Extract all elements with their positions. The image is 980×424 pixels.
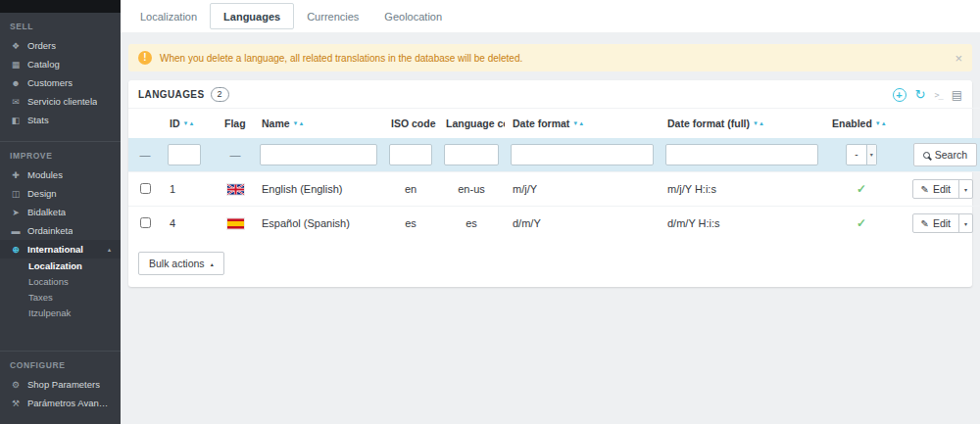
sidebar-item-shop-parameters[interactable]: ⚙ Shop Parameters — [0, 375, 121, 394]
sidebar-item-label: Customers — [27, 77, 73, 88]
search-icon — [923, 152, 930, 159]
gear-icon: ⚙ — [10, 380, 22, 390]
sort-icons[interactable]: ▼▲ — [875, 120, 887, 126]
cell-date-format: m/j/Y — [505, 172, 660, 207]
tools-icon: ⚒ — [10, 399, 22, 408]
section-title-improve: IMPROVE — [0, 142, 121, 165]
customer-service-icon: ✉ — [10, 97, 22, 107]
warning-alert: ! When you delete a language, all relate… — [128, 44, 972, 71]
column-header-iso[interactable]: ISO code▼▲ — [383, 109, 438, 139]
export-icon[interactable]: ▤ — [952, 88, 962, 102]
bulk-actions-button[interactable]: Bulk actions ▴ — [138, 252, 224, 275]
sidebar-item-design[interactable]: ◫ Design — [0, 184, 121, 203]
main-area: Localization Languages Currencies Geoloc… — [121, 0, 980, 424]
sidebar-item-orders[interactable]: ❖ Orders — [0, 36, 121, 55]
submenu-item-translations[interactable]: Itzulpenak — [0, 306, 121, 321]
tab-languages[interactable]: Languages — [210, 3, 294, 29]
submenu-item-taxes[interactable]: Taxes — [0, 290, 121, 306]
warning-text: When you delete a language, all related … — [160, 53, 522, 64]
sort-icons[interactable]: ▼▲ — [753, 120, 764, 126]
panel-header: LANGUAGES 2 + ↻ >_ ▤ — [128, 80, 972, 108]
header-checkbox — [128, 109, 162, 139]
spain-flag-icon — [224, 218, 246, 229]
column-header-name[interactable]: Name▼▲ — [254, 109, 383, 139]
column-header-date-format[interactable]: Date format▼▲ — [505, 109, 660, 139]
panel-actions: + ↻ >_ ▤ — [893, 87, 963, 102]
sidebar-item-label: Catalog — [27, 59, 60, 70]
sidebar-section-improve: IMPROVE ✚ Modules ◫ Design ➤ Bidalketa ▬… — [0, 141, 121, 321]
table-row-english: 1 English (English) en — [128, 172, 980, 207]
sidebar-item-label: Parámetros Avanzados — [27, 398, 111, 408]
sidebar-item-label: Modules — [27, 169, 63, 180]
sql-query-icon[interactable]: >_ — [934, 90, 942, 100]
edit-button[interactable]: ✎ Edit ▾ — [912, 179, 974, 199]
edit-dropdown-caret-icon[interactable]: ▾ — [958, 214, 972, 232]
sidebar-item-payment[interactable]: ▬ Ordainketa — [0, 221, 121, 240]
sidebar-item-customers[interactable]: ☻ Customers — [0, 73, 121, 92]
payment-icon: ▬ — [10, 226, 22, 236]
sidebar-item-modules[interactable]: ✚ Modules — [0, 165, 121, 184]
column-header-enabled[interactable]: Enabled▼▲ — [824, 109, 899, 139]
enabled-check-icon[interactable]: ✓ — [824, 207, 899, 241]
filter-date-format-full-input[interactable] — [665, 144, 818, 165]
cell-name: English (English) — [254, 172, 383, 207]
close-icon[interactable]: × — [955, 52, 962, 65]
submenu-item-localization[interactable]: Localization — [0, 259, 121, 274]
tab-geolocation[interactable]: Geolocation — [371, 0, 455, 32]
sidebar-item-shipping[interactable]: ➤ Bidalketa — [0, 203, 121, 221]
cell-date-format-full: m/j/Y H:i:s — [660, 172, 824, 207]
orders-icon: ❖ — [10, 41, 22, 51]
column-header-id[interactable]: ID▼▲ — [162, 109, 217, 139]
sidebar-top-bar — [0, 0, 121, 13]
languages-panel: LANGUAGES 2 + ↻ >_ ▤ — [128, 80, 972, 287]
filter-language-code-input[interactable] — [444, 144, 499, 165]
submenu-item-locations[interactable]: Locations — [0, 274, 121, 290]
tab-currencies[interactable]: Currencies — [294, 0, 371, 32]
filter-id-input[interactable] — [168, 144, 201, 165]
sidebar-item-catalog[interactable]: ▦ Catalog — [0, 55, 121, 73]
edit-dropdown-caret-icon[interactable]: ▾ — [958, 180, 972, 198]
filter-row: — — - ▾ — [128, 138, 980, 172]
header-row: ID▼▲ Flag Name▼▲ ISO code▼▲ Language cod… — [128, 109, 980, 139]
filter-dash: — — [230, 149, 241, 161]
sidebar-item-international[interactable]: ⊕ International ▴ — [0, 240, 121, 259]
page-tabs: Localization Languages Currencies Geoloc… — [121, 0, 980, 32]
add-language-icon[interactable]: + — [893, 88, 906, 102]
edit-button[interactable]: ✎ Edit ▾ — [912, 213, 974, 233]
sidebar-item-label: Bidalketa — [27, 207, 66, 217]
sidebar-item-customer-service[interactable]: ✉ Servicio clientela — [0, 92, 121, 111]
bulk-actions-label: Bulk actions — [149, 258, 205, 269]
filter-enabled-select[interactable]: - ▾ — [846, 144, 876, 165]
sidebar-item-advanced-parameters[interactable]: ⚒ Parámetros Avanzados — [0, 394, 121, 412]
catalog-icon: ▦ — [10, 60, 22, 70]
section-title-sell: SELL — [0, 13, 121, 36]
sort-icons[interactable]: ▼▲ — [293, 120, 305, 126]
international-submenu: Localization Locations Taxes Itzulpenak — [0, 259, 121, 321]
cell-language-code: en-us — [438, 172, 505, 207]
enabled-check-icon[interactable]: ✓ — [824, 172, 899, 207]
sidebar-item-label: Servicio clientela — [27, 96, 97, 107]
tab-localization[interactable]: Localization — [127, 0, 210, 32]
column-header-date-format-full[interactable]: Date format (full)▼▲ — [660, 109, 824, 139]
search-button[interactable]: Search — [913, 143, 977, 166]
sidebar-item-label: International — [27, 244, 83, 255]
sort-icons[interactable]: ▼▲ — [572, 120, 584, 126]
caret-up-icon: ▴ — [211, 260, 214, 267]
panel-title: LANGUAGES — [138, 89, 205, 100]
row-checkbox[interactable] — [140, 217, 151, 228]
filter-date-format-input[interactable] — [511, 144, 654, 165]
international-icon: ⊕ — [10, 245, 22, 255]
sidebar-item-stats[interactable]: ◧ Stats — [0, 111, 121, 129]
row-checkbox[interactable] — [140, 183, 151, 194]
sort-icons[interactable]: ▼▲ — [183, 120, 195, 126]
column-header-language-code[interactable]: Language code▼▲ — [438, 109, 505, 139]
sidebar: SELL ❖ Orders ▦ Catalog ☻ Customers ✉ Se… — [0, 0, 121, 424]
table-row-spanish: 4 Español (Spanish) es es d/m/Y d/m/Y H:… — [128, 207, 980, 241]
sidebar-item-label: Ordainketa — [27, 225, 73, 236]
filter-iso-input[interactable] — [389, 144, 432, 165]
filter-name-input[interactable] — [260, 144, 377, 165]
cell-date-format-full: d/m/Y H:i:s — [660, 207, 824, 241]
cell-id: 4 — [162, 207, 217, 241]
refresh-icon[interactable]: ↻ — [915, 87, 926, 102]
cell-iso: es — [383, 207, 438, 241]
